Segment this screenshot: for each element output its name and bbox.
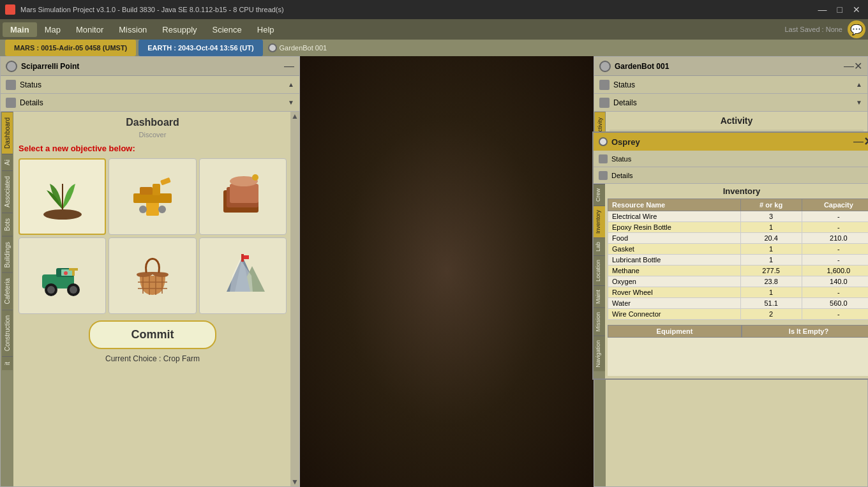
col-amount: # or kg: [740, 199, 802, 211]
menu-map[interactable]: Map: [37, 22, 68, 37]
osprey-minimize[interactable]: —: [853, 136, 864, 147]
vtab-cafeteria[interactable]: Cafeteria: [2, 273, 13, 310]
vtab-buildings[interactable]: Buildings: [2, 236, 13, 273]
capacity-cell: -: [802, 287, 868, 298]
capacity-cell: 140.0: [802, 276, 868, 287]
status-bar: MARS : 0015-Adir-05 0458 (UMST) EARTH : …: [0, 40, 868, 56]
scroll-up[interactable]: ▲: [291, 112, 299, 121]
svg-rect-4: [160, 177, 171, 186]
left-status-section[interactable]: Status ▲: [1, 76, 299, 94]
manufacturing-icon: [127, 171, 178, 222]
commit-button[interactable]: Commit: [89, 320, 216, 349]
osprey-vtab-maint[interactable]: Maint: [594, 285, 605, 308]
svg-rect-21: [72, 271, 75, 276]
amount-cell: 277.5: [740, 266, 802, 276]
table-row: Oxygen 23.8 140.0: [608, 276, 869, 287]
capacity-cell: -: [802, 255, 868, 266]
svg-rect-22: [69, 268, 78, 271]
vtab-ai[interactable]: Ai: [2, 154, 13, 170]
osprey-vtab-lab[interactable]: Lab: [594, 237, 605, 255]
details-label: Details: [20, 98, 288, 107]
radio-indicator: [268, 43, 277, 52]
osprey-title: Osprey: [611, 137, 853, 147]
status-icon: [6, 80, 16, 90]
maximize-button[interactable]: □: [835, 4, 845, 15]
osprey-vtab-crew[interactable]: Crew: [594, 184, 605, 206]
svg-point-0: [43, 209, 82, 220]
col-resource-name: Resource Name: [608, 199, 741, 211]
equipment-section: Equipment Is It Empty?: [605, 322, 868, 378]
resource-name-cell: Epoxy Resin Bottle: [608, 222, 741, 233]
osprey-status-section[interactable]: Status ▲: [594, 151, 868, 167]
menu-resupply[interactable]: Resupply: [154, 22, 204, 37]
transportation-icon: [37, 250, 88, 301]
objective-trade[interactable]: [108, 237, 196, 314]
osprey-popup: Osprey — ✕ Status ▲ Details ▼ Crew: [592, 131, 868, 380]
chat-button[interactable]: 💬: [848, 20, 865, 38]
vtab-dashboard[interactable]: Dashboard: [2, 112, 13, 154]
vtab-associated[interactable]: Associated: [2, 170, 13, 213]
right-panel-title: GardenBot 001: [615, 62, 844, 71]
table-row: Water 51.1 560.0: [608, 298, 869, 309]
svg-marker-33: [230, 259, 253, 292]
svg-point-20: [70, 286, 77, 294]
left-panel-icon: [6, 61, 17, 72]
osprey-details-section[interactable]: Details ▼: [594, 167, 868, 184]
scroll-down[interactable]: ▼: [291, 477, 299, 486]
objective-research[interactable]: [199, 158, 287, 235]
menu-main[interactable]: Main: [3, 22, 37, 37]
osprey-close[interactable]: ✕: [864, 135, 868, 149]
osprey-header: Osprey — ✕: [594, 133, 868, 151]
right-details-section[interactable]: Details ▼: [594, 94, 867, 112]
osprey-vtab-navigation[interactable]: Navigation: [594, 336, 605, 371]
map-background: [300, 56, 594, 487]
resource-name-cell: Methane: [608, 266, 741, 276]
table-row: Rover Wheel 1 -: [608, 287, 869, 298]
title-bar: Mars Simulation Project v3.1.0 - Build 3…: [0, 0, 868, 19]
amount-cell: 1: [740, 287, 802, 298]
objective-manufacturing[interactable]: [108, 158, 196, 235]
objective-adventure[interactable]: [199, 237, 287, 314]
inventory-table: Resource Name # or kg Capacity Electrica…: [608, 199, 868, 320]
col-capacity: Capacity: [802, 199, 868, 211]
svg-point-23: [64, 271, 68, 275]
map-area: Osprey — ✕ Status ▲ Details ▼ Crew: [300, 56, 594, 487]
is-it-empty-col: Is It Empty?: [742, 325, 868, 338]
menu-mission[interactable]: Mission: [111, 22, 154, 37]
right-panel-close[interactable]: ✕: [854, 60, 862, 72]
resource-name-cell: Gasket: [608, 244, 741, 255]
minimize-button[interactable]: —: [816, 4, 830, 15]
menu-science[interactable]: Science: [205, 22, 250, 37]
table-row: Lubricant Bottle 1 -: [608, 255, 869, 266]
right-status-label: Status: [613, 80, 856, 89]
amount-cell: 1: [740, 244, 802, 255]
vtab-bots[interactable]: Bots: [2, 213, 13, 236]
right-details-icon: [599, 98, 610, 108]
osprey-vtab-inventory[interactable]: Inventory: [594, 206, 605, 237]
dashboard-content: Dashboard Discover Select a new objectiv…: [13, 112, 299, 371]
objective-transportation[interactable]: [19, 237, 106, 314]
close-button[interactable]: ✕: [850, 4, 863, 15]
vtab-it[interactable]: it: [2, 356, 13, 370]
right-details-arrow: ▼: [856, 99, 862, 106]
adventure-icon: [217, 250, 268, 301]
left-panel-minimize[interactable]: —: [284, 61, 294, 72]
window-controls: — □ ✕: [816, 4, 863, 15]
current-choice: Current Choice : Crop Farm: [19, 354, 287, 363]
app-title: Mars Simulation Project v3.1.0 - Build 3…: [20, 6, 811, 13]
osprey-vtab-mission[interactable]: Mission: [594, 308, 605, 336]
trade-icon: [127, 250, 178, 301]
objective-crop-farm[interactable]: [19, 158, 106, 235]
menu-monitor[interactable]: Monitor: [68, 22, 111, 37]
resource-name-cell: Lubricant Bottle: [608, 255, 741, 266]
osprey-body: Crew Inventory Lab Location Maint Missio…: [594, 184, 868, 378]
vtab-construction[interactable]: Construction: [2, 310, 13, 356]
osprey-vtab-location[interactable]: Location: [594, 255, 605, 285]
menu-help[interactable]: Help: [250, 22, 282, 37]
inventory-section: Inventory Resource Name # or kg Capacity: [605, 184, 868, 322]
right-status-section[interactable]: Status ▲: [594, 76, 867, 94]
left-panel-header: Sciparrelli Point —: [1, 57, 299, 76]
resource-name-cell: Food: [608, 233, 741, 244]
right-panel-minimize[interactable]: —: [844, 61, 854, 72]
left-details-section[interactable]: Details ▼: [1, 94, 299, 112]
